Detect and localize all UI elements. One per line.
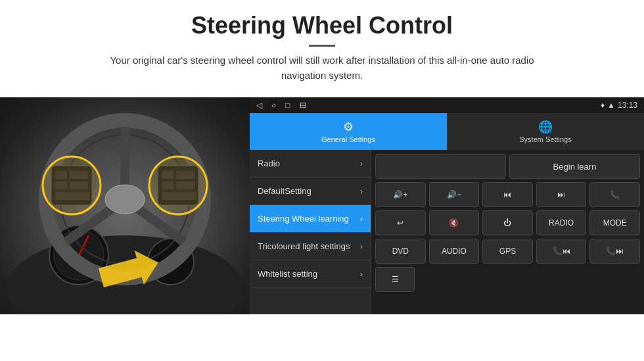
gps-label: GPS	[499, 247, 516, 256]
control-row-5: ☰	[375, 267, 640, 292]
content-area: ◁ ○ □ ⊟ ♦ ▲ 13:13 ⚙ General Settings	[0, 97, 644, 361]
control-row-1: Begin learn	[375, 154, 640, 179]
prev-track-icon: ⏮	[503, 190, 511, 199]
gps-button[interactable]: GPS	[482, 239, 533, 264]
mode-button[interactable]: MODE	[589, 210, 640, 235]
vol-down-icon: 🔊−	[447, 190, 461, 199]
header-section: Steering Wheel Control Your original car…	[0, 0, 644, 89]
time-display: 13:13	[618, 101, 637, 110]
chevron-icon-steering: ›	[360, 214, 363, 224]
mute-icon: 🔇	[449, 218, 459, 228]
page-subtitle: Your original car's steering wheel contr…	[92, 53, 552, 83]
svg-point-10	[105, 185, 145, 214]
control-row-4: DVD AUDIO GPS 📞⏮ 📞⏭	[375, 239, 640, 264]
page-title: Steering Wheel Control	[26, 12, 618, 39]
radio-label: RADIO	[549, 218, 574, 228]
mute-button[interactable]: 🔇	[429, 210, 480, 235]
steering-wheel-bg	[0, 97, 250, 314]
vol-up-icon: 🔊+	[393, 190, 407, 199]
tab-system-settings[interactable]: 🌐 System Settings	[447, 113, 644, 150]
next-track-icon: ⏭	[557, 190, 565, 199]
list-icon: ☰	[392, 275, 399, 284]
list-button[interactable]: ☰	[375, 267, 415, 292]
general-settings-icon: ⚙	[343, 120, 354, 134]
dvd-button[interactable]: DVD	[375, 239, 426, 264]
page-container: Steering Wheel Control Your original car…	[0, 0, 644, 361]
tab-bar: ⚙ General Settings 🌐 System Settings	[250, 113, 644, 150]
menu-panel: Radio › DefaultSetting › Steering Wheel …	[250, 150, 371, 314]
android-main-content: Radio › DefaultSetting › Steering Wheel …	[250, 150, 644, 314]
signal-icon: ▲	[607, 101, 615, 110]
steering-wheel-image	[0, 97, 250, 314]
next-track-button[interactable]: ⏭	[536, 182, 587, 207]
menu-nav-icon[interactable]: ⊟	[300, 101, 306, 110]
phone-next-button[interactable]: 📞⏭	[589, 239, 640, 264]
recent-nav-icon[interactable]: □	[285, 101, 290, 110]
chevron-icon-tricoloured: ›	[360, 242, 363, 251]
home-nav-icon[interactable]: ○	[271, 101, 276, 110]
phone-prev-icon: 📞⏮	[553, 247, 570, 256]
dvd-label: DVD	[392, 247, 409, 256]
prev-track-button[interactable]: ⏮	[482, 182, 533, 207]
back-button[interactable]: ↩	[375, 210, 426, 235]
menu-item-radio[interactable]: Radio ›	[250, 150, 371, 178]
chevron-icon-radio: ›	[360, 159, 363, 168]
menu-item-whitelist[interactable]: Whitelist setting ›	[250, 260, 371, 288]
tab-general-settings[interactable]: ⚙ General Settings	[250, 113, 447, 150]
vol-up-button[interactable]: 🔊+	[375, 182, 426, 207]
nav-icons: ◁ ○ □ ⊟	[256, 101, 306, 110]
power-button[interactable]: ⏻	[482, 210, 533, 235]
svg-point-23	[43, 156, 101, 214]
status-right: ♦ ▲ 13:13	[601, 101, 637, 110]
tab-system-label: System Settings	[519, 135, 571, 143]
chevron-icon-whitelist: ›	[360, 270, 363, 279]
audio-button[interactable]: AUDIO	[429, 239, 480, 264]
begin-learn-button[interactable]: Begin learn	[509, 154, 640, 179]
back-icon: ↩	[397, 218, 403, 228]
audio-label: AUDIO	[442, 247, 467, 256]
title-divider	[309, 45, 335, 47]
phone-prev-button[interactable]: 📞⏮	[536, 239, 587, 264]
back-nav-icon[interactable]: ◁	[256, 101, 262, 110]
radio-button[interactable]: RADIO	[536, 210, 587, 235]
control-panel: Begin learn 🔊+ 🔊− ⏮	[371, 150, 644, 314]
system-settings-icon: 🌐	[538, 120, 553, 134]
wifi-icon: ♦	[601, 101, 605, 110]
menu-item-steering[interactable]: Steering Wheel learning ›	[250, 205, 371, 233]
control-row-3: ↩ 🔇 ⏻ RADIO MODE	[375, 210, 640, 235]
vol-down-button[interactable]: 🔊−	[429, 182, 480, 207]
control-row-2: 🔊+ 🔊− ⏮ ⏭ 📞	[375, 182, 640, 207]
tab-general-label: General Settings	[321, 135, 375, 143]
phone-icon: 📞	[610, 190, 620, 199]
chevron-icon-default: ›	[360, 187, 363, 196]
empty-slot-1	[375, 154, 506, 179]
phone-button[interactable]: 📞	[589, 182, 640, 207]
svg-point-24	[149, 156, 207, 214]
power-icon: ⏻	[503, 218, 511, 228]
menu-item-tricoloured[interactable]: Tricoloured light settings ›	[250, 233, 371, 260]
phone-next-icon: 📞⏭	[606, 247, 624, 256]
menu-item-default[interactable]: DefaultSetting ›	[250, 178, 371, 205]
mode-label: MODE	[603, 218, 627, 228]
status-bar: ◁ ○ □ ⊟ ♦ ▲ 13:13	[250, 97, 644, 113]
android-panel: ◁ ○ □ ⊟ ♦ ▲ 13:13 ⚙ General Settings	[250, 97, 644, 314]
